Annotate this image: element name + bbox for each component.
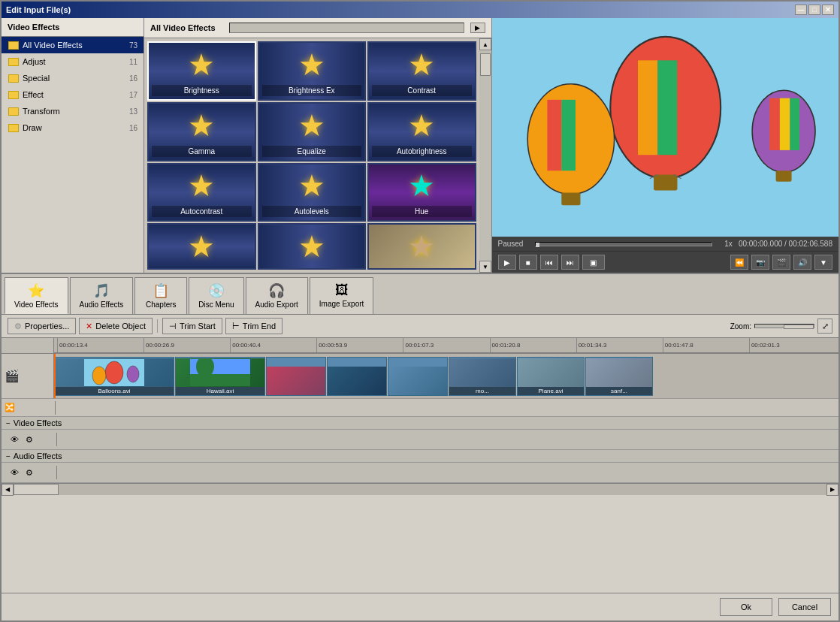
folder-icon: [8, 89, 20, 101]
properties-button[interactable]: ⚙ Properties...: [8, 318, 76, 334]
eye-icon-video[interactable]: 👁: [8, 433, 21, 446]
fx-icon-audio[interactable]: ⚙: [23, 466, 36, 479]
play-button[interactable]: ▶: [498, 255, 516, 270]
camera-button[interactable]: 🎬: [772, 255, 790, 270]
mo-clip[interactable]: mo...: [449, 357, 516, 396]
clip-name-mo: mo...: [449, 387, 515, 395]
all-video-effects-item[interactable]: All Video Effects 73: [2, 37, 144, 53]
effect-label: Gamma: [152, 146, 252, 157]
scroll-thumb-h[interactable]: [14, 484, 59, 495]
video-effects-section[interactable]: − Video Effects: [2, 417, 838, 430]
video-effects-icons-row: 👁 ⚙: [2, 430, 838, 450]
transform-item[interactable]: Transform 13: [2, 103, 144, 119]
folder-icon: [8, 56, 20, 68]
autolevels-effect[interactable]: ★ Autolevels: [258, 163, 367, 222]
menu-button[interactable]: ▼: [814, 255, 832, 270]
autocontrast-effect[interactable]: ★ Autocontrast: [147, 163, 256, 222]
cancel-button[interactable]: Cancel: [778, 598, 831, 616]
playback-speed: 1x: [724, 240, 733, 248]
zoom-slider[interactable]: [754, 324, 814, 328]
scroll-right-arrow[interactable]: ▶: [826, 484, 838, 496]
trim-end-button[interactable]: ⊢ Trim End: [225, 318, 283, 334]
player-progress-bar[interactable]: [535, 242, 712, 246]
ruler-mark: 00:02:01.3: [749, 338, 835, 352]
stop-button[interactable]: ■: [519, 255, 537, 270]
collapse-icon: −: [6, 419, 11, 427]
minimize-button[interactable]: —: [795, 5, 807, 15]
all-video-effects-title: All Video Effects: [150, 23, 216, 32]
star-icon: ★: [188, 50, 215, 80]
balloons-clip[interactable]: Balloons.avi: [54, 357, 174, 396]
preview-svg: [492, 18, 839, 237]
delete-object-button[interactable]: ✕ Delete Object: [79, 318, 153, 334]
ruler-mark: 00:01:34.3: [576, 338, 663, 352]
trim-start-button[interactable]: ⊣ Trim Start: [162, 318, 222, 334]
playhead: [54, 354, 56, 398]
close-button[interactable]: ✕: [822, 5, 834, 15]
brightness-effect[interactable]: ★ Brightness: [147, 41, 256, 101]
svg-rect-13: [576, 100, 590, 171]
fx-icon-video[interactable]: ⚙: [23, 433, 36, 446]
center-panel: All Video Effects ▶ ★ Brightness: [144, 18, 492, 273]
snapshot-button[interactable]: 📷: [751, 255, 769, 270]
special-item[interactable]: Special 16: [2, 70, 144, 86]
gamma-effect[interactable]: ★ Gamma: [147, 102, 256, 162]
brightness-ex-effect[interactable]: ★ Brightness Ex: [258, 41, 367, 101]
volume-button[interactable]: 🔊: [793, 255, 811, 270]
effect-item[interactable]: Effect 17: [2, 86, 144, 103]
transport-icon-1[interactable]: 🔀: [3, 401, 17, 415]
tab-image-export[interactable]: 🖼 Image Export: [310, 277, 373, 314]
ok-button[interactable]: Ok: [720, 598, 772, 616]
effect-4b[interactable]: ★: [258, 223, 367, 270]
ruler-mark: 00:00:53.9: [316, 338, 403, 352]
effect-4a[interactable]: ★: [147, 223, 256, 270]
clip-5[interactable]: [388, 357, 448, 396]
contrast-effect[interactable]: ★ Contrast: [367, 41, 476, 101]
folder-icon: [8, 72, 20, 84]
mark-button[interactable]: ▣: [582, 255, 605, 270]
next-frame-button[interactable]: ⏭: [561, 255, 579, 270]
horizontal-scrollbar[interactable]: [229, 23, 464, 33]
draw-item[interactable]: Draw 16: [2, 119, 144, 136]
tab-audio-export[interactable]: 🎧 Audio Export: [246, 277, 308, 314]
hawaii-clip[interactable]: Hawaii.avi: [175, 357, 265, 396]
effect-list: All Video Effects 73 Adjust 11 Special 1…: [2, 37, 144, 273]
effects-grid: ★ Brightness ★ Brightness Ex: [144, 38, 479, 273]
scroll-down-btn[interactable]: ▼: [479, 261, 491, 273]
ruler-mark: 00:00:13.4: [57, 338, 144, 352]
ruler-mark: 00:01:20.8: [490, 338, 576, 352]
clip-3[interactable]: [266, 357, 326, 396]
video-track-content[interactable]: Balloons.avi Hawaii.avi: [54, 354, 838, 398]
svg-rect-21: [775, 171, 791, 182]
audio-effects-section[interactable]: − Audio Effects: [2, 450, 838, 463]
plane-clip[interactable]: Plane.avi: [517, 357, 585, 396]
scroll-up-btn[interactable]: ▲: [479, 38, 491, 50]
effect-label: Autocontrast: [152, 206, 252, 217]
effect-4c[interactable]: ★: [367, 223, 476, 270]
tab-chapters[interactable]: 📋 Chapters: [134, 277, 187, 314]
tab-video-effects[interactable]: ⭐ Video Effects: [5, 277, 68, 314]
video-effects-track[interactable]: [60, 431, 835, 448]
prev-frame-button[interactable]: ⏮: [540, 255, 558, 270]
audio-effects-track[interactable]: [60, 464, 835, 481]
hue-effect[interactable]: ★ Hue: [367, 163, 476, 222]
scroll-track[interactable]: [14, 484, 826, 495]
clip-4[interactable]: [327, 357, 387, 396]
delete-icon: ✕: [86, 322, 92, 331]
tab-disc-menu[interactable]: 💿 Disc Menu: [189, 277, 243, 314]
scroll-thumb[interactable]: [480, 53, 491, 76]
sanf-clip[interactable]: sanf...: [585, 357, 653, 396]
properties-icon: ⚙: [14, 322, 22, 331]
rewind-button[interactable]: ⏪: [730, 255, 748, 270]
scroll-left-arrow[interactable]: ◀: [2, 484, 14, 496]
eye-icon-audio[interactable]: 👁: [8, 466, 21, 479]
autobrightness-effect[interactable]: ★ Autobrightness: [367, 102, 476, 162]
scroll-right-btn[interactable]: ▶: [470, 23, 485, 33]
clip-name-hawaii: Hawaii.avi: [176, 387, 264, 395]
maximize-button[interactable]: □: [808, 5, 820, 15]
adjust-item[interactable]: Adjust 11: [2, 53, 144, 70]
zoom-expand-btn[interactable]: ⤢: [817, 319, 832, 334]
equalize-effect[interactable]: ★ Equalize: [258, 102, 367, 162]
preview-panel: Paused 1x 00:00:00.000 / 00:02:06.588 ▶ …: [492, 18, 839, 273]
tab-audio-effects[interactable]: 🎵 Audio Effects: [70, 277, 134, 314]
